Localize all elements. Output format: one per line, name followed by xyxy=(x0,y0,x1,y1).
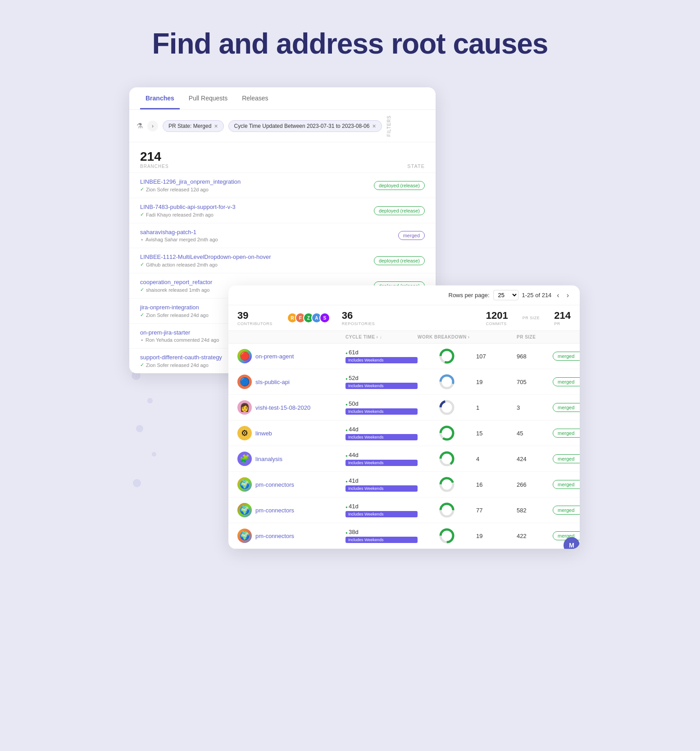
branch-meta: ⚬ Avishag Sahar merged 2mth ago xyxy=(140,237,218,242)
repositories-stat: 36 REPOSITORIES xyxy=(342,310,375,326)
donut-chart xyxy=(439,451,455,467)
branch-link[interactable]: cooperation_report_refactor xyxy=(140,279,212,285)
filter-chip-state-close[interactable]: × xyxy=(214,122,218,130)
commits-value: 4 xyxy=(476,456,517,462)
includes-weekends-badge: Includes Weekends xyxy=(345,537,418,543)
rows-per-page-select[interactable]: 25 50 100 xyxy=(493,290,518,300)
branch-meta: ⚬ Ron Yehuda commented 24d ago xyxy=(140,337,219,343)
repo-link[interactable]: on-prem-agent xyxy=(255,353,345,360)
branch-link[interactable]: jira-onprem-integration xyxy=(140,304,209,311)
repo-avatar: ⚙ xyxy=(237,426,252,440)
table-row[interactable]: 🧩 linanalysis 44d Includes Weekends 4 42… xyxy=(228,446,580,472)
includes-weekends-badge: Includes Weekends xyxy=(345,383,418,389)
repo-avatar: 👩 xyxy=(237,400,252,415)
state-badge: merged xyxy=(553,454,580,463)
filter-chip-date-close[interactable]: × xyxy=(372,122,376,130)
work-breakdown-cell xyxy=(418,528,476,544)
work-breakdown-cell xyxy=(418,476,476,493)
list-item[interactable]: LINBEE-1296_jira_onprem_integration ✓ Zi… xyxy=(129,172,436,198)
commits-value: 16 xyxy=(476,481,517,488)
th-cycle-time[interactable]: CYCLE TIME › ↓ xyxy=(345,335,418,339)
table-row[interactable]: 🔴 on-prem-agent 61d Includes Weekends 10… xyxy=(228,344,580,369)
tab-pull-requests[interactable]: Pull Requests xyxy=(183,87,233,109)
rows-per-page-label: Rows per page: xyxy=(449,292,490,299)
repo-link[interactable]: linweb xyxy=(255,430,345,437)
table-body: 🔴 on-prem-agent 61d Includes Weekends 10… xyxy=(228,344,580,549)
repo-link[interactable]: vishi-test-15-08-2020 xyxy=(255,404,345,411)
repo-avatar: 🌍 xyxy=(237,503,252,517)
branch-link[interactable]: LINB-7483-public-api-support-for-v-3 xyxy=(140,204,236,210)
state-badge: deployed (release) xyxy=(374,256,425,265)
donut-chart xyxy=(439,348,455,364)
commits-value: 1 xyxy=(476,404,517,411)
repo-link[interactable]: pm-connectors xyxy=(255,481,345,488)
branch-link[interactable]: saharavishag-patch-1 xyxy=(140,229,218,235)
donut-chart xyxy=(439,374,455,390)
branches-count: 214 xyxy=(140,149,169,164)
table-row[interactable]: ⚙ linweb 44d Includes Weekends 15 45 mer… xyxy=(228,421,580,446)
pr-size-value: 422 xyxy=(517,533,553,539)
cycle-value: 41d xyxy=(345,503,418,510)
branch-link[interactable]: LINBEE-1296_jira_onprem_integration xyxy=(140,178,241,185)
cycle-time-cell: 41d Includes Weekends xyxy=(345,503,418,517)
repo-avatar: 🔵 xyxy=(237,375,252,389)
pr-size-value: 424 xyxy=(517,456,553,462)
tab-branches[interactable]: Branches xyxy=(140,87,180,109)
th-work-breakdown[interactable]: WORK BREAKDOWN › xyxy=(418,335,476,339)
filter-chip-state: PR State: Merged × xyxy=(163,120,224,132)
filter-chip-date: Cycle Time Updated Between 2023-07-31 to… xyxy=(228,120,382,132)
work-breakdown-cell xyxy=(418,425,476,441)
cycle-time-cell: 52d Includes Weekends xyxy=(345,375,418,389)
avatar: S xyxy=(319,312,330,323)
pr-count-value: 214 xyxy=(554,310,571,321)
pagination-range: 1-25 of 214 xyxy=(522,292,552,299)
filter-expand-button[interactable]: › xyxy=(147,121,158,131)
table-row[interactable]: 👩 vishi-test-15-08-2020 50d Includes Wee… xyxy=(228,395,580,421)
branch-meta: ✓ Zion Sofer released 12d ago xyxy=(140,186,241,192)
tab-bar: Branches Pull Requests Releases xyxy=(129,87,436,110)
contributors-label: CONTRIBUTORS xyxy=(237,321,273,326)
cycle-value: 50d xyxy=(345,400,418,407)
filter-icon: ⚗ xyxy=(136,122,143,130)
tab-releases[interactable]: Releases xyxy=(236,87,273,109)
pagination-prev-button[interactable]: ‹ xyxy=(555,291,561,299)
th-repo xyxy=(255,335,345,339)
work-breakdown-cell xyxy=(418,348,476,364)
includes-weekends-badge: Includes Weekends xyxy=(345,408,418,415)
branch-meta: ✓ Zion Sofer released 24d ago xyxy=(140,362,222,368)
cycle-time-cell: 50d Includes Weekends xyxy=(345,400,418,415)
table-header: CYCLE TIME › ↓ WORK BREAKDOWN › PR SIZE xyxy=(228,331,580,344)
filter-chip-date-label: Cycle Time Updated Between 2023-07-31 to… xyxy=(234,123,370,129)
state-badge: merged xyxy=(398,231,425,240)
list-item[interactable]: LINBEE-1112-MultiLevelDropdown-open-on-h… xyxy=(129,248,436,273)
includes-weekends-badge: Includes Weekends xyxy=(345,460,418,466)
repo-link[interactable]: pm-connectors xyxy=(255,533,345,539)
table-row[interactable]: 🔵 sls-public-api 52d Includes Weekends 1… xyxy=(228,369,580,395)
repo-link[interactable]: pm-connectors xyxy=(255,507,345,514)
count-row: 214 BRANCHES STATE xyxy=(129,142,436,172)
th-state xyxy=(553,335,580,339)
pr-size-value: 968 xyxy=(517,353,553,360)
pr-size-value: 45 xyxy=(517,430,553,437)
repo-link[interactable]: sls-public-api xyxy=(255,379,345,385)
repo-link[interactable]: linanalysis xyxy=(255,456,345,462)
branch-link[interactable]: on-prem-jira-starter xyxy=(140,329,219,336)
repositories-value: 36 xyxy=(342,310,375,321)
table-row[interactable]: 🌍 pm-connectors 41d Includes Weekends 16… xyxy=(228,472,580,498)
table-row[interactable]: 🌍 pm-connectors 38d Includes Weekends 19… xyxy=(228,523,580,549)
list-item[interactable]: saharavishag-patch-1 ⚬ Avishag Sahar mer… xyxy=(129,223,436,248)
pr-count-stat: 214 PR xyxy=(554,310,571,326)
cycle-value: 61d xyxy=(345,349,418,356)
table-row[interactable]: 🌍 pm-connectors 41d Includes Weekends 77… xyxy=(228,498,580,523)
list-item[interactable]: LINB-7483-public-api-support-for-v-3 ✓ F… xyxy=(129,198,436,223)
filters-label: FILTERS xyxy=(386,115,391,136)
commits-value: 15 xyxy=(476,430,517,437)
branch-link[interactable]: support-different-oauth-strategy xyxy=(140,354,222,361)
cycle-time-cell: 44d Includes Weekends xyxy=(345,426,418,440)
state-badge: merged xyxy=(553,506,580,515)
branch-link[interactable]: LINBEE-1112-MultiLevelDropdown-open-on-h… xyxy=(140,253,271,260)
pagination-next-button[interactable]: › xyxy=(565,291,571,299)
th-pr-size: PR SIZE xyxy=(517,335,553,339)
commits-value: 77 xyxy=(476,507,517,514)
work-breakdown-cell xyxy=(418,451,476,467)
